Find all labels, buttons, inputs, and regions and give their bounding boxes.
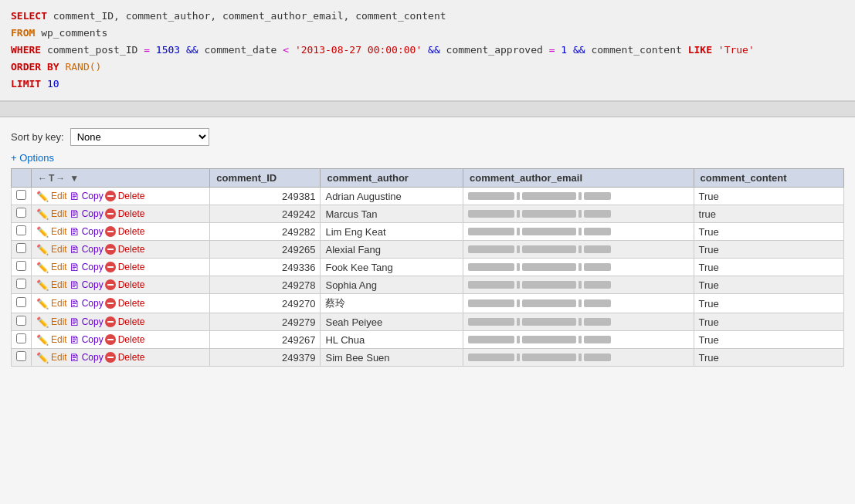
- cell-comment-content: True: [694, 349, 843, 367]
- cell-comment-author-email: [463, 313, 694, 331]
- cell-comment-id: 249265: [210, 241, 321, 259]
- cell-comment-author-email: [463, 259, 694, 276]
- row-checkbox[interactable]: [16, 333, 26, 343]
- sort-by-select[interactable]: None comment_ID comment_author comment_a…: [70, 128, 209, 146]
- edit-button[interactable]: Edit: [51, 352, 67, 363]
- copy-button[interactable]: Copy: [82, 334, 103, 345]
- delete-button[interactable]: Delete: [118, 352, 145, 363]
- copy-button[interactable]: Copy: [82, 352, 103, 363]
- cell-comment-id: 249381: [210, 188, 321, 205]
- edit-button[interactable]: Edit: [51, 244, 67, 255]
- delete-button[interactable]: Delete: [118, 316, 145, 327]
- pencil-icon: ✏️: [36, 262, 49, 273]
- edit-button[interactable]: Edit: [51, 191, 67, 201]
- row-checkbox-cell: [12, 259, 32, 276]
- table-body: ✏️ Edit 🖹 Copy Delete 249381Adrian Augus…: [12, 188, 844, 367]
- kw-where: WHERE: [11, 44, 41, 56]
- row-checkbox[interactable]: [16, 316, 26, 326]
- row-checkbox[interactable]: [16, 225, 26, 235]
- cell-comment-id: 249242: [210, 205, 321, 223]
- table-row: ✏️ Edit 🖹 Copy Delete 249242Marcus Tan t…: [12, 205, 844, 223]
- pencil-icon: ✏️: [36, 316, 49, 328]
- cell-comment-author-email: [463, 349, 694, 367]
- table-row: ✏️ Edit 🖹 Copy Delete 249265Alexial Fang…: [12, 241, 844, 259]
- row-actions-cell: ✏️ Edit 🖹 Copy Delete: [32, 259, 210, 276]
- cell-comment-author-email: [463, 331, 694, 349]
- cell-comment-content: True: [694, 294, 843, 313]
- cell-comment-author-email: [463, 276, 694, 294]
- row-checkbox[interactable]: [16, 261, 26, 271]
- delete-icon: [105, 316, 116, 327]
- copy-icon: 🖹: [70, 352, 80, 364]
- row-checkbox[interactable]: [16, 243, 26, 253]
- row-checkbox-cell: [12, 223, 32, 241]
- options-link[interactable]: + Options: [11, 152, 54, 164]
- edit-button[interactable]: Edit: [51, 298, 67, 309]
- row-checkbox-cell: [12, 276, 32, 294]
- delete-icon: [105, 279, 116, 290]
- copy-icon: 🖹: [70, 279, 80, 291]
- delete-button[interactable]: Delete: [118, 226, 145, 237]
- row-checkbox[interactable]: [16, 351, 26, 361]
- row-actions-cell: ✏️ Edit 🖹 Copy Delete: [32, 313, 210, 331]
- row-checkbox[interactable]: [16, 297, 26, 307]
- delete-icon: [105, 334, 116, 345]
- pencil-icon: ✏️: [36, 191, 49, 202]
- cell-comment-author: Alexial Fang: [321, 241, 463, 259]
- cell-comment-id: 249278: [210, 276, 321, 294]
- edit-button[interactable]: Edit: [51, 226, 67, 237]
- edit-button[interactable]: Edit: [51, 208, 67, 219]
- edit-button[interactable]: Edit: [51, 279, 67, 290]
- pencil-icon: ✏️: [36, 208, 49, 220]
- controls-area: Sort by key: None comment_ID comment_aut…: [0, 117, 855, 168]
- cell-comment-author-email: [463, 205, 694, 223]
- delete-button[interactable]: Delete: [118, 191, 145, 201]
- edit-button[interactable]: Edit: [51, 316, 67, 327]
- delete-icon: [105, 262, 116, 272]
- data-table: ← T → ▼ comment_ID comment_author: [11, 168, 844, 367]
- row-checkbox[interactable]: [16, 279, 26, 289]
- th-comment-author[interactable]: comment_author: [321, 169, 463, 188]
- table-row: ✏️ Edit 🖹 Copy Delete 249267HL Chua True: [12, 331, 844, 349]
- edit-button[interactable]: Edit: [51, 334, 67, 345]
- delete-button[interactable]: Delete: [118, 298, 145, 309]
- row-checkbox[interactable]: [16, 208, 26, 218]
- table-row: ✏️ Edit 🖹 Copy Delete 249379Sim Bee Suen…: [12, 349, 844, 367]
- row-actions-cell: ✏️ Edit 🖹 Copy Delete: [32, 241, 210, 259]
- th-actions: ← T → ▼: [32, 169, 210, 188]
- pencil-icon: ✏️: [36, 279, 49, 291]
- copy-button[interactable]: Copy: [82, 191, 103, 201]
- row-checkbox-cell: [12, 313, 32, 331]
- delete-button[interactable]: Delete: [118, 208, 145, 219]
- copy-button[interactable]: Copy: [82, 279, 103, 290]
- copy-button[interactable]: Copy: [82, 262, 103, 272]
- cell-comment-content: True: [694, 188, 843, 205]
- row-checkbox-cell: [12, 241, 32, 259]
- delete-button[interactable]: Delete: [118, 262, 145, 272]
- delete-button[interactable]: Delete: [118, 279, 145, 290]
- delete-button[interactable]: Delete: [118, 244, 145, 255]
- delete-button[interactable]: Delete: [118, 334, 145, 345]
- cell-comment-content: True: [694, 259, 843, 276]
- horizontal-scrollbar[interactable]: [0, 102, 855, 117]
- th-comment-id[interactable]: comment_ID: [210, 169, 321, 188]
- copy-button[interactable]: Copy: [82, 226, 103, 237]
- cell-comment-content: True: [694, 223, 843, 241]
- cell-comment-author-email: [463, 223, 694, 241]
- cell-comment-author: Sophia Ang: [321, 276, 463, 294]
- copy-button[interactable]: Copy: [82, 298, 103, 309]
- th-comment-author-email[interactable]: comment_author_email: [463, 169, 694, 188]
- th-comment-content[interactable]: comment_content: [694, 169, 843, 188]
- th-checkbox: [12, 169, 32, 188]
- cell-comment-author: Seah Peiyee: [321, 313, 463, 331]
- kw-like: LIKE: [688, 44, 712, 56]
- row-actions-cell: ✏️ Edit 🖹 Copy Delete: [32, 294, 210, 313]
- edit-button[interactable]: Edit: [51, 262, 67, 272]
- copy-button[interactable]: Copy: [82, 316, 103, 327]
- row-checkbox[interactable]: [16, 190, 26, 200]
- row-checkbox-cell: [12, 349, 32, 367]
- copy-button[interactable]: Copy: [82, 208, 103, 219]
- sql-line4: ORDER BY RAND(): [11, 59, 844, 76]
- delete-icon: [105, 226, 116, 237]
- copy-button[interactable]: Copy: [82, 244, 103, 255]
